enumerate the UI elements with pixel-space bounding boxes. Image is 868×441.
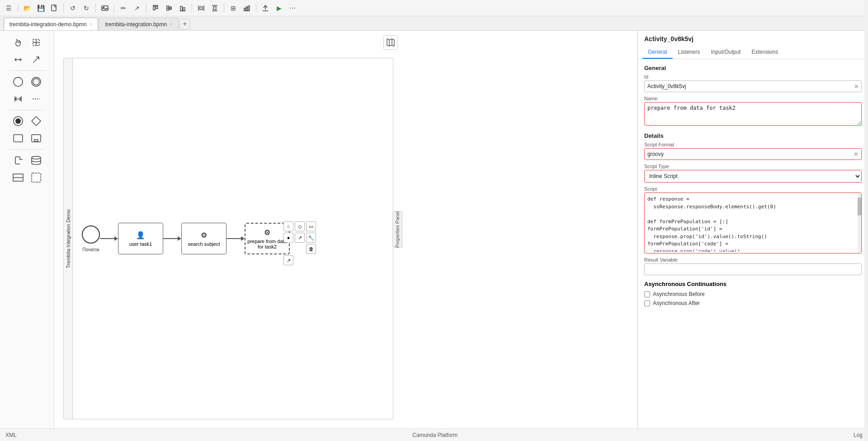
id-field-group: Id ✕ <box>644 74 862 92</box>
open-button[interactable]: 📂 <box>21 2 33 14</box>
id-input[interactable] <box>644 80 862 92</box>
deploy-button[interactable] <box>259 2 271 14</box>
user-task-1[interactable]: 👤 user task1 <box>118 223 163 254</box>
lasso-button[interactable]: ✏ <box>118 2 129 14</box>
ctx-arrow-btn[interactable]: ↗ <box>283 255 293 265</box>
filled-circle-tool[interactable] <box>10 113 26 129</box>
ctx-trash-btn[interactable]: 🗑 <box>306 244 316 254</box>
async-before-checkbox[interactable] <box>644 291 650 297</box>
arrow-head-3 <box>241 236 245 241</box>
intermediate-event-tool[interactable] <box>28 74 44 90</box>
image-button[interactable] <box>99 2 111 14</box>
lane-tool[interactable] <box>10 169 26 186</box>
ctx-diamond-btn[interactable]: ◇ <box>295 221 305 231</box>
status-right[interactable]: Log <box>854 432 863 438</box>
arrow-head-1 <box>114 236 118 241</box>
minimap-button[interactable] <box>383 35 398 50</box>
search-subject-task[interactable]: ⚙ search subject <box>181 223 226 254</box>
palette-sep-1 <box>9 70 45 71</box>
script-textarea[interactable] <box>645 193 861 252</box>
add-tab-button[interactable]: + <box>179 19 190 29</box>
tab-close-integration[interactable]: ○ <box>170 22 173 27</box>
properties-panel-toggle[interactable]: Properties Panel <box>392 211 402 248</box>
properties-title: Activity_0v8k5vj <box>638 31 868 46</box>
tabs-bar: trembita-integration-demo.bpmn ○ trembit… <box>0 16 868 31</box>
prepare-task-container: ⚙ prepare from data for task2 ○ ◇ ▭ <box>245 223 290 254</box>
task-tool[interactable] <box>10 130 26 146</box>
chart-button[interactable] <box>241 2 253 14</box>
hand-tool[interactable] <box>10 34 26 51</box>
distribute-h-button[interactable] <box>195 2 207 14</box>
canvas[interactable]: Properties Panel Trembita Integration De… <box>54 31 637 428</box>
lasso-arrow-button[interactable]: ↗ <box>131 2 143 14</box>
svg-rect-13 <box>200 7 203 9</box>
svg-rect-4 <box>153 6 155 10</box>
dotted-connect-tool[interactable] <box>28 91 44 107</box>
svg-marker-44 <box>387 39 394 46</box>
tab-close-demo[interactable]: ○ <box>90 22 93 27</box>
lasso-select-tool[interactable] <box>28 34 44 51</box>
user-task-1-icon: 👤 <box>136 231 145 239</box>
start-event-tool[interactable] <box>10 74 26 90</box>
tab-trembita-integration[interactable]: trembita-integration.bpmn ○ <box>99 18 178 30</box>
script-field-group: Script <box>644 186 862 253</box>
gateway-tool[interactable] <box>28 113 44 129</box>
status-center: Camunda Platform <box>412 432 458 438</box>
menu-button[interactable]: ☰ <box>3 2 14 14</box>
export-svg-button[interactable] <box>48 2 60 14</box>
space-tool-button[interactable]: ⊞ <box>227 2 239 14</box>
align-top-button[interactable] <box>150 2 161 14</box>
annotation-tool[interactable] <box>10 152 26 169</box>
context-menu: ○ ◇ ▭ ● ↗ 🔧 🗑 <box>283 221 316 265</box>
start-event[interactable] <box>82 225 100 244</box>
tab-trembita-demo[interactable]: trembita-integration-demo.bpmn ○ <box>4 18 98 30</box>
ctx-wrench-btn[interactable]: 🔧 <box>306 233 316 243</box>
svg-rect-19 <box>246 7 248 11</box>
data-store-tool[interactable] <box>28 152 44 169</box>
search-subject-label: search subject <box>188 241 220 247</box>
ctx-rect-btn[interactable]: ▭ <box>306 221 316 231</box>
script-scrollbar-thumb <box>858 197 861 216</box>
async-after-checkbox[interactable] <box>644 300 650 306</box>
name-field-group: Name <box>644 96 862 127</box>
redo-button[interactable]: ↻ <box>80 2 92 14</box>
more-button[interactable]: ⋯ <box>287 2 298 14</box>
align-middle-button[interactable] <box>163 2 175 14</box>
id-clear-button[interactable]: ✕ <box>854 83 859 90</box>
distribute-v-button[interactable] <box>209 2 221 14</box>
script-type-label: Script Type <box>644 164 862 169</box>
align-bottom-button[interactable] <box>177 2 189 14</box>
svg-rect-37 <box>14 135 23 142</box>
script-format-input-wrap: ✕ <box>644 148 862 160</box>
result-variable-input[interactable] <box>644 263 862 275</box>
group-tool[interactable] <box>28 169 44 186</box>
prepare-task[interactable]: ⚙ prepare from data for task2 ○ ◇ ▭ <box>245 223 290 254</box>
props-tab-general[interactable]: General <box>642 46 673 59</box>
ctx-circle-btn[interactable]: ○ <box>283 221 293 231</box>
save-button[interactable]: 💾 <box>35 2 47 14</box>
space-tool-palette[interactable] <box>10 52 26 68</box>
script-format-input[interactable] <box>645 149 861 160</box>
subprocess-tool[interactable] <box>28 130 44 146</box>
status-left[interactable]: XML <box>5 432 17 438</box>
bpmn-diagram[interactable]: Trembita Integration Demo Початок <box>63 58 393 419</box>
connect-tool-palette[interactable] <box>28 52 44 68</box>
script-type-select[interactable]: Inline Script External Script <box>645 170 861 182</box>
props-tab-extensions[interactable]: Extensions <box>746 46 783 59</box>
props-tab-listeners[interactable]: Listeners <box>673 46 706 59</box>
run-button[interactable]: ▶ <box>273 2 285 14</box>
ctx-circle2-btn[interactable]: ● <box>283 233 293 243</box>
undo-button[interactable]: ↺ <box>67 2 79 14</box>
user-task-1-container: 👤 user task1 <box>118 223 163 254</box>
expand-tool[interactable] <box>10 91 26 107</box>
script-format-clear-button[interactable]: ✕ <box>854 151 859 158</box>
props-tab-io[interactable]: Input/Output <box>705 46 746 59</box>
name-textarea[interactable] <box>644 102 862 126</box>
tab-label-2: trembita-integration.bpmn <box>105 21 167 28</box>
context-row-2: ● ↗ 🔧 🗑 <box>283 233 316 254</box>
name-field-label: Name <box>644 96 862 101</box>
diagram-inner: Trembita Integration Demo Початок <box>64 58 393 419</box>
user-task-1-label: user task1 <box>129 241 152 247</box>
ctx-sub-col: 🔧 🗑 <box>306 233 316 254</box>
ctx-connect-btn[interactable]: ↗ <box>295 233 305 243</box>
